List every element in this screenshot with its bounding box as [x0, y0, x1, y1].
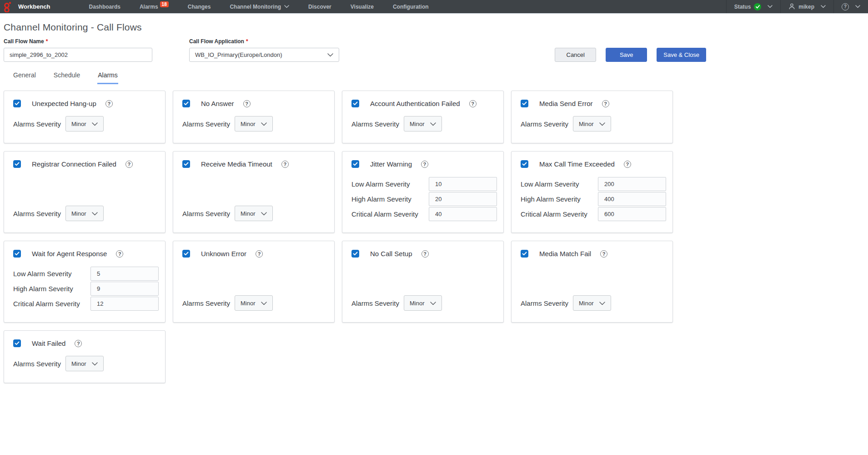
alarms-severity-row: Alarms Severity Minor — [182, 116, 328, 131]
low-alarm-severity-input[interactable] — [598, 177, 666, 191]
alarms-severity-select[interactable]: Minor — [573, 116, 611, 131]
critical-alarm-severity-input[interactable] — [429, 207, 497, 221]
alarm-card-header: Registrar Connection Failed ? — [13, 160, 159, 168]
low-alarm-severity-input[interactable] — [429, 177, 497, 191]
high-alarm-severity-input[interactable] — [90, 282, 159, 296]
alarms-severity-label: Alarms Severity — [13, 120, 65, 128]
cancel-button[interactable]: Cancel — [555, 48, 596, 62]
help-icon[interactable]: ? — [421, 161, 428, 168]
tab-general[interactable]: General — [13, 71, 36, 84]
call-flow-application-value: WB_IO_Primary(Europe/London) — [195, 51, 327, 58]
alarm-card: Wait for Agent Response ? Low Alarm Seve… — [4, 241, 166, 323]
alarm-card-header: No Call Setup ? — [351, 250, 497, 258]
alarms-severity-select[interactable]: Minor — [65, 206, 104, 221]
help-icon[interactable]: ? — [469, 100, 477, 107]
nav-item[interactable]: Channel Monitoring — [220, 0, 299, 13]
help-icon[interactable]: ? — [602, 100, 609, 107]
alarm-card: Account Authentication Failed ? Alarms S… — [342, 91, 504, 143]
alarm-enabled-checkbox[interactable] — [182, 160, 190, 168]
help-icon[interactable]: ? — [243, 100, 251, 107]
nav-item-label: Configuration — [393, 4, 429, 10]
alarm-enabled-checkbox[interactable] — [13, 160, 21, 168]
nav-item[interactable]: Visualize — [341, 0, 383, 13]
alarm-card-header: Wait Failed ? — [13, 339, 159, 347]
severity-select-value: Minor — [579, 300, 594, 307]
alarm-enabled-checkbox[interactable] — [351, 100, 359, 107]
alarm-enabled-checkbox[interactable] — [521, 100, 528, 107]
brand-logo-icon — [0, 0, 15, 13]
alarm-enabled-checkbox[interactable] — [13, 100, 21, 107]
alarms-severity-row: Alarms Severity Minor — [182, 206, 328, 221]
alarms-severity-label: Alarms Severity — [521, 299, 573, 307]
alarm-enabled-checkbox[interactable] — [182, 250, 190, 258]
required-asterisk: * — [246, 38, 248, 45]
alarms-severity-select[interactable]: Minor — [235, 295, 273, 311]
help-icon: ? — [842, 3, 849, 10]
call-flow-name-input[interactable] — [4, 48, 152, 62]
alarm-card-header: Receive Media Timeout ? — [182, 160, 328, 168]
severity-select-value: Minor — [241, 121, 256, 127]
save-button[interactable]: Save — [606, 48, 647, 62]
thresholds-group: Low Alarm Severity High Alarm Severity C… — [521, 177, 666, 221]
alarm-card-header: Account Authentication Failed ? — [351, 100, 497, 107]
call-flow-application-select[interactable]: WB_IO_Primary(Europe/London) — [189, 48, 339, 62]
critical-alarm-severity-input[interactable] — [90, 297, 159, 311]
alarm-card-title: Registrar Connection Failed — [32, 160, 116, 168]
nav-item[interactable]: Configuration — [383, 0, 438, 13]
high-alarm-severity-input[interactable] — [598, 192, 666, 206]
alarm-enabled-checkbox[interactable] — [13, 250, 21, 258]
tab-bar: General Schedule Alarms — [4, 71, 706, 84]
alarm-enabled-checkbox[interactable] — [351, 160, 359, 168]
alarm-enabled-checkbox[interactable] — [182, 100, 190, 107]
alarms-severity-select[interactable]: Minor — [235, 116, 273, 131]
alarm-count-badge: 18 — [160, 1, 169, 7]
nav-item-label: Visualize — [351, 4, 374, 10]
alarm-enabled-checkbox[interactable] — [521, 160, 528, 168]
nav-item[interactable]: Discover — [299, 0, 341, 13]
alarm-card: Unexpected Hang-up ? Alarms Severity Min… — [4, 91, 166, 143]
chevron-down-icon — [430, 121, 436, 127]
alarms-severity-select[interactable]: Minor — [404, 295, 442, 311]
help-icon[interactable]: ? — [624, 161, 631, 168]
nav-item[interactable]: Alarms 18 — [130, 0, 178, 13]
tab-schedule[interactable]: Schedule — [53, 71, 80, 84]
alarm-card: Receive Media Timeout ? Alarms Severity … — [173, 151, 335, 233]
nav-item[interactable]: Dashboards — [80, 0, 130, 13]
top-nav: Workbench Dashboards Alarms 18 Changes C… — [0, 0, 868, 14]
alarm-card: No Call Setup ? Alarms Severity Minor — [342, 241, 504, 323]
alarm-card: Unknown Error ? Alarms Severity Minor — [173, 241, 335, 323]
help-icon[interactable]: ? — [600, 250, 607, 258]
nav-item[interactable]: Changes — [178, 0, 221, 13]
alarms-severity-select[interactable]: Minor — [404, 116, 442, 131]
low-alarm-severity-label: Low Alarm Severity — [521, 180, 598, 188]
alarms-severity-row: Alarms Severity Minor — [182, 295, 328, 311]
main-content: Channel Monitoring - Call Flows Call Flo… — [0, 22, 710, 397]
alarm-enabled-checkbox[interactable] — [521, 250, 528, 258]
alarms-severity-select[interactable]: Minor — [235, 206, 273, 221]
tab-alarms[interactable]: Alarms — [97, 71, 118, 84]
user-menu[interactable]: mikep — [780, 0, 833, 13]
status-menu[interactable]: Status — [726, 0, 781, 13]
alarm-card-header: No Answer ? — [182, 100, 328, 107]
alarm-enabled-checkbox[interactable] — [13, 339, 21, 347]
high-alarm-severity-input[interactable] — [429, 192, 497, 206]
form-actions: Cancel Save Save & Close — [555, 48, 706, 62]
save-and-close-button[interactable]: Save & Close — [657, 48, 706, 62]
alarms-severity-select[interactable]: Minor — [65, 356, 104, 371]
help-icon[interactable]: ? — [281, 161, 289, 168]
critical-alarm-severity-label: Critical Alarm Severity — [351, 210, 429, 218]
help-icon[interactable]: ? — [125, 161, 133, 168]
help-icon[interactable]: ? — [421, 250, 429, 258]
help-menu[interactable]: ? — [833, 0, 868, 13]
nav-item-label: Alarms — [140, 4, 158, 10]
help-icon[interactable]: ? — [116, 250, 123, 258]
alarm-enabled-checkbox[interactable] — [351, 250, 359, 258]
alarms-severity-select[interactable]: Minor — [65, 116, 104, 131]
low-alarm-severity-input[interactable] — [90, 267, 159, 281]
help-icon[interactable]: ? — [75, 340, 82, 347]
alarms-severity-select[interactable]: Minor — [573, 295, 611, 311]
alarms-severity-row: Alarms Severity Minor — [521, 295, 666, 311]
help-icon[interactable]: ? — [105, 100, 113, 107]
help-icon[interactable]: ? — [256, 250, 263, 258]
critical-alarm-severity-input[interactable] — [598, 207, 666, 221]
